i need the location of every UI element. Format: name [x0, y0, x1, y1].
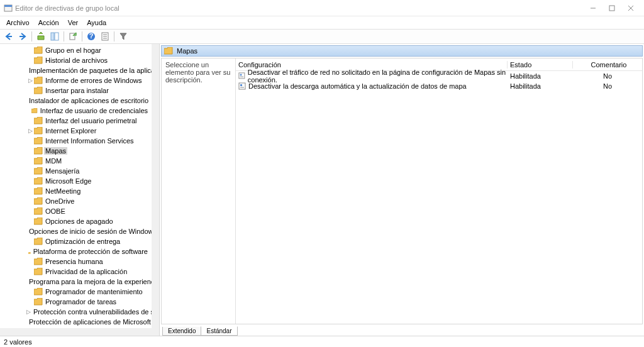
tree-item[interactable]: Plataforma de protección de software — [0, 246, 152, 256]
folder-icon — [34, 258, 43, 265]
folder-icon — [34, 197, 43, 205]
toolbar-separator — [64, 31, 64, 41]
tree-item[interactable]: Instalador de aplicaciones de escritorio — [0, 96, 152, 106]
expand-icon[interactable]: ▷ — [26, 128, 34, 134]
folder-icon — [31, 107, 38, 114]
tree-item[interactable]: ▷Internet Explorer — [0, 126, 152, 136]
tree-item-label: Protección contra vulnerabilidades de se… — [32, 308, 152, 316]
tree-item-label: Mapas — [44, 147, 67, 155]
tree-item[interactable]: Microsoft Edge — [0, 176, 152, 186]
up-button[interactable] — [35, 30, 47, 43]
col-state[interactable]: Estado — [508, 61, 573, 69]
properties-button[interactable] — [99, 30, 111, 43]
folder-icon — [34, 167, 43, 175]
tree-item[interactable]: Programador de tareas — [0, 297, 152, 307]
toolbar-separator — [82, 31, 82, 41]
tree-item-label: Insertar para instalar — [44, 87, 110, 94]
folder-icon — [164, 47, 173, 55]
window-title: Editor de directivas de grupo local — [15, 4, 119, 12]
tree-item[interactable]: Interfaz del usuario perimetral — [0, 116, 152, 126]
setting-row[interactable]: Desactivar la descarga automática y la a… — [236, 81, 642, 91]
tree-item[interactable]: Protección de aplicaciones de Microsoft … — [0, 317, 152, 327]
expand-icon[interactable]: ▷ — [26, 309, 31, 315]
tree-item[interactable]: Optimización de entrega — [0, 236, 152, 246]
export-button[interactable] — [67, 30, 79, 43]
tree-item-label: Opciones de apagado — [44, 218, 114, 225]
tree-item[interactable]: Interfaz de usuario de credenciales — [0, 106, 152, 116]
tree-item[interactable]: ▷Protección contra vulnerabilidades de s… — [0, 307, 152, 317]
close-button[interactable] — [621, 2, 640, 14]
tree-item[interactable]: Opciones de inicio de sesión de Windows — [0, 226, 152, 236]
minimize-button[interactable] — [584, 2, 602, 14]
tree-item-label: Implementación de paquetes de la aplicac… — [28, 67, 152, 74]
content-pane: Mapas Seleccione un elemento para ver su… — [160, 44, 644, 336]
settings-list: Configuración Estado Comentario Desactiv… — [236, 58, 642, 324]
tab-standard[interactable]: Estándar — [201, 326, 237, 336]
tree-item-label: Internet Explorer — [44, 127, 97, 135]
title-bar: Editor de directivas de grupo local — [0, 0, 644, 16]
tree-item[interactable]: Opciones de apagado — [0, 216, 152, 226]
svg-text:?: ? — [89, 32, 94, 40]
tree-item[interactable]: Mapas — [0, 146, 152, 156]
menu-view[interactable]: Ver — [64, 18, 82, 28]
folder-icon — [34, 57, 43, 64]
tree-pane: Grupo en el hogarHistorial de archivosIm… — [0, 44, 160, 336]
tree-item[interactable]: Programa para la mejora de la experienci… — [0, 277, 152, 287]
tree-item[interactable]: Insertar para instalar — [0, 85, 152, 96]
maximize-button[interactable] — [602, 2, 621, 14]
tree-item[interactable]: Internet Information Services — [0, 136, 152, 146]
tree-item[interactable]: MDM — [0, 156, 152, 166]
setting-comment: No — [573, 82, 642, 90]
tree[interactable]: Grupo en el hogarHistorial de archivosIm… — [0, 44, 152, 328]
col-comment[interactable]: Comentario — [573, 61, 642, 69]
tree-item[interactable]: NetMeeting — [0, 186, 152, 196]
tree-item[interactable]: ▷Informe de errores de Windows — [0, 75, 152, 85]
forward-button[interactable] — [16, 30, 29, 43]
back-button[interactable] — [3, 30, 15, 43]
main-body: Grupo en el hogarHistorial de archivosIm… — [0, 44, 644, 336]
tree-item-label: Presencia humana — [44, 258, 104, 265]
tree-item[interactable]: OneDrive — [0, 196, 152, 206]
tree-item[interactable]: Presencia humana — [0, 256, 152, 267]
tree-item[interactable]: Mensajería — [0, 166, 152, 176]
tree-item-label: Internet Information Services — [44, 137, 135, 145]
setting-row[interactable]: Desactivar el tráfico de red no solicita… — [236, 71, 642, 81]
vertical-scrollbar[interactable] — [152, 44, 159, 328]
view-tabs: Extendido Estándar — [160, 324, 644, 336]
menu-action[interactable]: Acción — [35, 18, 63, 28]
folder-icon — [34, 177, 43, 185]
col-config[interactable]: Configuración — [236, 61, 508, 69]
svg-rect-1 — [4, 5, 12, 7]
tab-extended[interactable]: Extendido — [162, 327, 201, 336]
show-hide-tree-button[interactable] — [48, 30, 61, 43]
tree-item-label: Microsoft Edge — [44, 177, 92, 185]
tree-item-label: Programador de tareas — [44, 298, 118, 306]
tree-item-label: Protección de aplicaciones de Microsoft … — [28, 318, 152, 326]
tree-item[interactable]: Programador de mantenimiento — [0, 287, 152, 297]
help-button[interactable]: ? — [85, 30, 97, 43]
tree-item[interactable]: Implementación de paquetes de la aplicac… — [0, 65, 152, 75]
toolbar-separator — [31, 31, 32, 41]
menu-file[interactable]: Archivo — [3, 18, 33, 28]
folder-icon — [34, 47, 43, 54]
content-header: Mapas — [161, 45, 643, 57]
tree-item[interactable]: Grupo en el hogar — [0, 45, 152, 55]
expand-icon[interactable]: ▷ — [26, 77, 34, 84]
tree-item-label: Mensajería — [44, 167, 80, 175]
content-body: Seleccione un elemento para ver su descr… — [161, 58, 643, 324]
filter-button[interactable] — [117, 30, 130, 43]
svg-rect-3 — [609, 6, 614, 11]
horizontal-scrollbar[interactable] — [0, 328, 152, 336]
tree-item[interactable]: Historial de archivos — [0, 55, 152, 65]
tree-item-label: OneDrive — [44, 197, 75, 205]
tree-item-label: Informe de errores de Windows — [44, 77, 143, 84]
tree-item[interactable]: Privacidad de la aplicación — [0, 267, 152, 277]
tree-item-label: Instalador de aplicaciones de escritorio — [28, 97, 150, 104]
setting-comment: No — [573, 72, 642, 80]
menu-help[interactable]: Ayuda — [83, 18, 110, 28]
tree-item-label: NetMeeting — [44, 187, 82, 195]
setting-state: Habilitada — [508, 72, 573, 80]
tree-item-label: Programa para la mejora de la experienci… — [28, 278, 152, 285]
description-text: Seleccione un elemento para ver su descr… — [165, 61, 230, 84]
tree-item[interactable]: OOBE — [0, 206, 152, 216]
